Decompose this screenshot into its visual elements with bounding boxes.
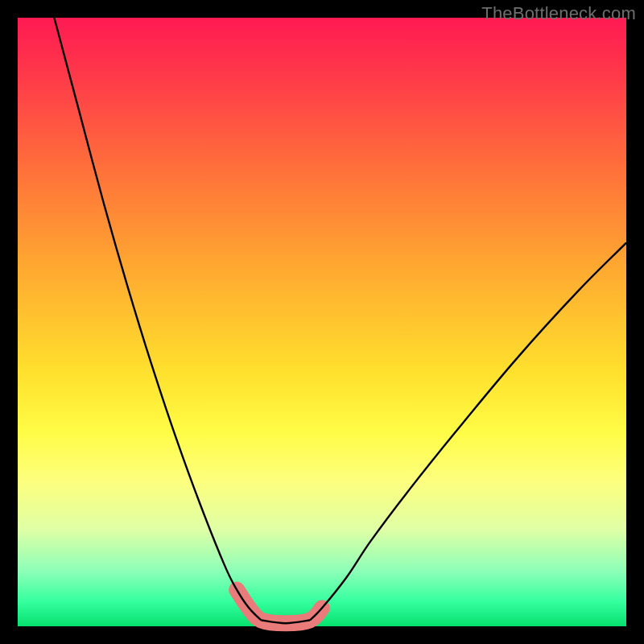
curve-layer: [18, 18, 626, 626]
right-curve: [310, 243, 626, 621]
plot-area: [18, 18, 626, 626]
highlight-segment: [237, 590, 322, 624]
chart-frame: TheBottleneck.com: [0, 0, 644, 644]
watermark-text: TheBottleneck.com: [481, 3, 636, 24]
left-curve: [54, 18, 261, 620]
